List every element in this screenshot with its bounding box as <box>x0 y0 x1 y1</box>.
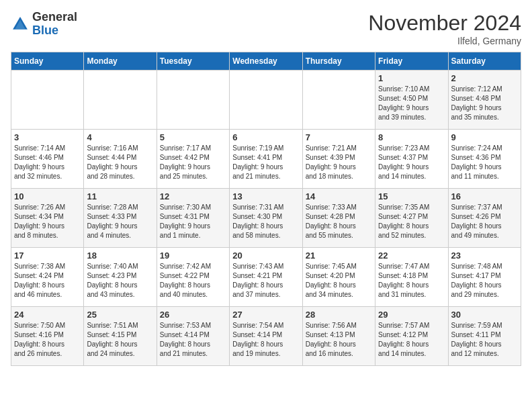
calendar-body: 1Sunrise: 7:10 AM Sunset: 4:50 PM Daylig… <box>11 71 521 366</box>
header-monday: Monday <box>84 52 157 71</box>
title-block: November 2024 Ilfeld, Germany <box>368 11 521 46</box>
day-number: 27 <box>232 310 299 320</box>
calendar-cell: 11Sunrise: 7:28 AM Sunset: 4:33 PM Dayli… <box>84 189 157 248</box>
day-info: Sunrise: 7:56 AM Sunset: 4:13 PM Dayligh… <box>306 321 372 359</box>
day-number: 14 <box>306 191 372 201</box>
calendar-cell: 2Sunrise: 7:12 AM Sunset: 4:48 PM Daylig… <box>448 71 521 130</box>
calendar-header: SundayMondayTuesdayWednesdayThursdayFrid… <box>11 52 521 71</box>
day-info: Sunrise: 7:40 AM Sunset: 4:23 PM Dayligh… <box>87 262 153 300</box>
calendar-cell <box>302 71 375 130</box>
day-number: 24 <box>14 310 81 320</box>
day-info: Sunrise: 7:37 AM Sunset: 4:26 PM Dayligh… <box>451 203 518 240</box>
calendar-cell <box>11 71 84 130</box>
day-number: 18 <box>87 250 153 261</box>
day-number: 4 <box>87 132 153 142</box>
calendar-cell: 18Sunrise: 7:40 AM Sunset: 4:23 PM Dayli… <box>84 248 157 307</box>
day-info: Sunrise: 7:47 AM Sunset: 4:18 PM Dayligh… <box>378 262 445 300</box>
day-number: 11 <box>87 191 153 201</box>
calendar-cell <box>157 71 229 130</box>
day-number: 21 <box>306 250 372 261</box>
day-number: 17 <box>14 250 81 261</box>
day-info: Sunrise: 7:28 AM Sunset: 4:33 PM Dayligh… <box>87 203 153 240</box>
calendar-cell: 15Sunrise: 7:35 AM Sunset: 4:27 PM Dayli… <box>375 189 448 248</box>
day-info: Sunrise: 7:17 AM Sunset: 4:42 PM Dayligh… <box>160 144 226 181</box>
day-number: 22 <box>378 250 445 261</box>
header-friday: Friday <box>375 52 448 71</box>
week-row-2: 3Sunrise: 7:14 AM Sunset: 4:46 PM Daylig… <box>11 130 521 189</box>
day-info: Sunrise: 7:10 AM Sunset: 4:50 PM Dayligh… <box>378 85 445 122</box>
day-number: 12 <box>160 191 226 201</box>
day-info: Sunrise: 7:33 AM Sunset: 4:28 PM Dayligh… <box>306 203 372 240</box>
calendar-cell: 5Sunrise: 7:17 AM Sunset: 4:42 PM Daylig… <box>157 130 229 189</box>
calendar-cell: 8Sunrise: 7:23 AM Sunset: 4:37 PM Daylig… <box>375 130 448 189</box>
day-number: 1 <box>378 73 445 83</box>
calendar-cell: 29Sunrise: 7:57 AM Sunset: 4:12 PM Dayli… <box>375 307 448 366</box>
day-number: 26 <box>160 310 226 320</box>
day-info: Sunrise: 7:23 AM Sunset: 4:37 PM Dayligh… <box>378 144 445 181</box>
calendar-cell: 26Sunrise: 7:53 AM Sunset: 4:14 PM Dayli… <box>157 307 229 366</box>
header-tuesday: Tuesday <box>157 52 229 71</box>
calendar-cell: 24Sunrise: 7:50 AM Sunset: 4:16 PM Dayli… <box>11 307 84 366</box>
day-number: 8 <box>378 132 445 142</box>
header-wednesday: Wednesday <box>230 52 302 71</box>
calendar-cell: 10Sunrise: 7:26 AM Sunset: 4:34 PM Dayli… <box>11 189 84 248</box>
calendar-cell: 1Sunrise: 7:10 AM Sunset: 4:50 PM Daylig… <box>375 71 448 130</box>
day-number: 13 <box>232 191 299 201</box>
header-row: SundayMondayTuesdayWednesdayThursdayFrid… <box>11 52 521 71</box>
day-info: Sunrise: 7:21 AM Sunset: 4:39 PM Dayligh… <box>306 144 372 181</box>
calendar-cell: 22Sunrise: 7:47 AM Sunset: 4:18 PM Dayli… <box>375 248 448 307</box>
day-info: Sunrise: 7:19 AM Sunset: 4:41 PM Dayligh… <box>232 144 299 181</box>
day-number: 30 <box>451 310 518 320</box>
calendar-cell: 9Sunrise: 7:24 AM Sunset: 4:36 PM Daylig… <box>448 130 521 189</box>
day-info: Sunrise: 7:26 AM Sunset: 4:34 PM Dayligh… <box>14 203 81 240</box>
day-number: 10 <box>14 191 81 201</box>
day-info: Sunrise: 7:35 AM Sunset: 4:27 PM Dayligh… <box>378 203 445 240</box>
week-row-3: 10Sunrise: 7:26 AM Sunset: 4:34 PM Dayli… <box>11 189 521 248</box>
day-info: Sunrise: 7:14 AM Sunset: 4:46 PM Dayligh… <box>14 144 81 181</box>
calendar-cell: 21Sunrise: 7:45 AM Sunset: 4:20 PM Dayli… <box>302 248 375 307</box>
day-info: Sunrise: 7:53 AM Sunset: 4:14 PM Dayligh… <box>160 321 226 359</box>
day-info: Sunrise: 7:48 AM Sunset: 4:17 PM Dayligh… <box>451 262 518 300</box>
day-info: Sunrise: 7:12 AM Sunset: 4:48 PM Dayligh… <box>451 85 518 122</box>
day-info: Sunrise: 7:45 AM Sunset: 4:20 PM Dayligh… <box>306 262 372 300</box>
day-number: 2 <box>451 73 518 83</box>
header-sunday: Sunday <box>11 52 84 71</box>
day-info: Sunrise: 7:38 AM Sunset: 4:24 PM Dayligh… <box>14 262 81 300</box>
day-number: 9 <box>451 132 518 142</box>
week-row-1: 1Sunrise: 7:10 AM Sunset: 4:50 PM Daylig… <box>11 71 521 130</box>
day-info: Sunrise: 7:16 AM Sunset: 4:44 PM Dayligh… <box>87 144 153 181</box>
day-number: 16 <box>451 191 518 201</box>
day-info: Sunrise: 7:51 AM Sunset: 4:15 PM Dayligh… <box>87 321 153 359</box>
header-thursday: Thursday <box>302 52 375 71</box>
day-number: 23 <box>451 250 518 261</box>
day-number: 5 <box>160 132 226 142</box>
calendar-cell <box>230 71 302 130</box>
calendar-cell: 28Sunrise: 7:56 AM Sunset: 4:13 PM Dayli… <box>302 307 375 366</box>
week-row-4: 17Sunrise: 7:38 AM Sunset: 4:24 PM Dayli… <box>11 248 521 307</box>
day-info: Sunrise: 7:31 AM Sunset: 4:30 PM Dayligh… <box>232 203 299 240</box>
calendar-cell: 7Sunrise: 7:21 AM Sunset: 4:39 PM Daylig… <box>302 130 375 189</box>
day-info: Sunrise: 7:54 AM Sunset: 4:14 PM Dayligh… <box>232 321 299 359</box>
calendar-cell: 27Sunrise: 7:54 AM Sunset: 4:14 PM Dayli… <box>230 307 302 366</box>
calendar-cell: 14Sunrise: 7:33 AM Sunset: 4:28 PM Dayli… <box>302 189 375 248</box>
day-info: Sunrise: 7:42 AM Sunset: 4:22 PM Dayligh… <box>160 262 226 300</box>
day-info: Sunrise: 7:59 AM Sunset: 4:11 PM Dayligh… <box>451 321 518 359</box>
logo-icon <box>11 15 30 34</box>
day-info: Sunrise: 7:24 AM Sunset: 4:36 PM Dayligh… <box>451 144 518 181</box>
week-row-5: 24Sunrise: 7:50 AM Sunset: 4:16 PM Dayli… <box>11 307 521 366</box>
header-saturday: Saturday <box>448 52 521 71</box>
day-number: 6 <box>232 132 299 142</box>
day-info: Sunrise: 7:57 AM Sunset: 4:12 PM Dayligh… <box>378 321 445 359</box>
calendar-cell: 16Sunrise: 7:37 AM Sunset: 4:26 PM Dayli… <box>448 189 521 248</box>
day-info: Sunrise: 7:43 AM Sunset: 4:21 PM Dayligh… <box>232 262 299 300</box>
day-number: 28 <box>306 310 372 320</box>
day-info: Sunrise: 7:50 AM Sunset: 4:16 PM Dayligh… <box>14 321 81 359</box>
calendar-cell: 4Sunrise: 7:16 AM Sunset: 4:44 PM Daylig… <box>84 130 157 189</box>
calendar-cell: 6Sunrise: 7:19 AM Sunset: 4:41 PM Daylig… <box>230 130 302 189</box>
calendar-cell: 13Sunrise: 7:31 AM Sunset: 4:30 PM Dayli… <box>230 189 302 248</box>
calendar-cell: 19Sunrise: 7:42 AM Sunset: 4:22 PM Dayli… <box>157 248 229 307</box>
calendar-cell: 30Sunrise: 7:59 AM Sunset: 4:11 PM Dayli… <box>448 307 521 366</box>
location: Ilfeld, Germany <box>368 36 521 46</box>
day-number: 15 <box>378 191 445 201</box>
day-number: 3 <box>14 132 81 142</box>
